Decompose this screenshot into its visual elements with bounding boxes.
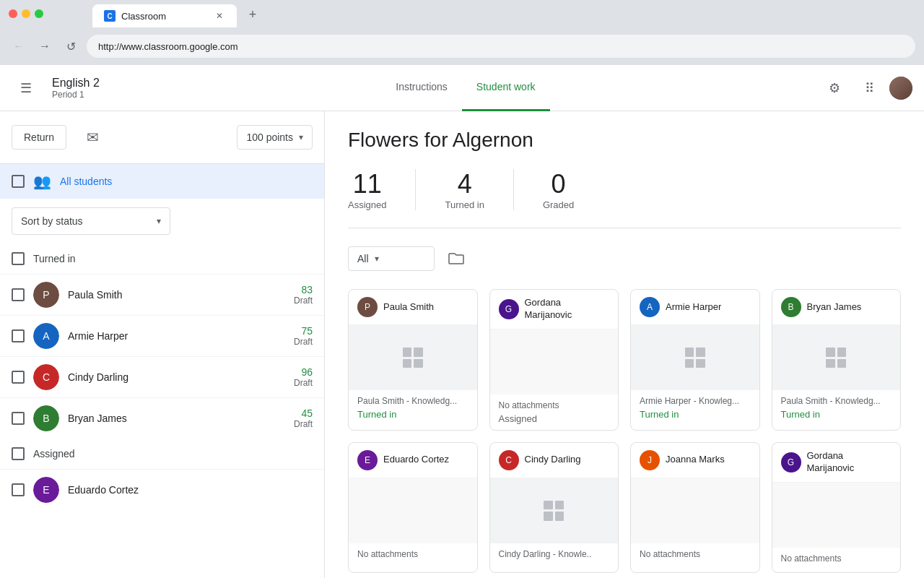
card-footer-gordana: No attachments Assigned xyxy=(490,394,619,430)
traffic-lights xyxy=(9,9,43,18)
card-footer-cindy: Cindy Darling - Knowle.. xyxy=(490,543,619,568)
card-filename-eduardo: No attachments xyxy=(357,549,468,559)
card-armie-harper[interactable]: A Armie Harper Armie Harper - Knowleg...… xyxy=(630,289,760,431)
stat-graded: 0 Graded xyxy=(513,169,603,210)
url-input[interactable]: http://www.classroom.google.com xyxy=(87,35,915,58)
student-checkbox-paula[interactable] xyxy=(12,288,25,301)
student-checkbox-eduardo[interactable] xyxy=(12,483,25,496)
card-footer-eduardo: No attachments xyxy=(349,543,477,568)
student-avatar-cindy: C xyxy=(33,364,59,390)
menu-icon[interactable]: ☰ xyxy=(12,74,40,103)
turned-in-checkbox[interactable] xyxy=(12,252,25,265)
brand-subtitle: Period 1 xyxy=(52,90,100,100)
student-avatar-armie: A xyxy=(33,323,59,349)
card-status-paula: Turned in xyxy=(357,409,468,420)
points-select[interactable]: 100 points ▾ xyxy=(237,125,313,150)
new-tab-button[interactable]: + xyxy=(243,4,263,25)
close-traffic-light[interactable] xyxy=(9,9,17,18)
avatar-image xyxy=(889,77,912,100)
card-filename-bryan: Paula Smith - Knowledg... xyxy=(781,396,892,406)
card-filename-armie: Armie Harper - Knowleg... xyxy=(640,396,751,406)
message-icon[interactable]: ✉ xyxy=(78,123,107,152)
all-students-row[interactable]: 👥 All students xyxy=(0,164,324,199)
sort-chevron-icon: ▾ xyxy=(157,216,161,226)
active-tab[interactable]: C Classroom ✕ xyxy=(92,4,237,27)
card-thumbnail-joanna xyxy=(631,478,759,543)
card-thumbnail-gordana2 xyxy=(772,483,901,548)
filter-row: All ▾ xyxy=(348,246,901,272)
card-header-bryan: B Bryan James xyxy=(772,290,901,325)
stat-turned-in: 4 Turned in xyxy=(415,169,513,210)
card-avatar-joanna: J xyxy=(640,450,660,470)
right-panel: Flowers for Algernon 11 Assigned 4 Turne… xyxy=(325,111,924,578)
forward-button[interactable]: → xyxy=(35,36,55,56)
tab-instructions[interactable]: Instructions xyxy=(381,65,462,111)
tab-close-button[interactable]: ✕ xyxy=(214,10,225,22)
minimize-traffic-light[interactable] xyxy=(22,9,30,18)
sort-select[interactable]: Sort by status ▾ xyxy=(12,207,170,235)
card-avatar-paula: P xyxy=(357,297,378,317)
student-grade-paula: 83 Draft xyxy=(294,284,313,306)
stats-row: 11 Assigned 4 Turned in 0 Graded xyxy=(348,169,901,228)
avatar[interactable] xyxy=(889,77,912,100)
card-eduardo[interactable]: E Eduardo Cortez No attachments xyxy=(348,442,478,573)
student-name-bryan: Bryan James xyxy=(68,413,285,424)
student-checkbox-cindy[interactable] xyxy=(12,371,25,384)
card-footer-joanna: No attachments xyxy=(631,543,759,568)
attachment-icon xyxy=(685,348,705,368)
card-avatar-bryan: B xyxy=(781,297,801,317)
assigned-checkbox[interactable] xyxy=(12,447,25,460)
tab-student-work[interactable]: Student work xyxy=(462,65,550,111)
card-gordana2[interactable]: G Gordana Marijanovic No attachments xyxy=(772,442,902,573)
student-row-armie[interactable]: A Armie Harper 75 Draft xyxy=(0,315,324,356)
card-header-eduardo: E Eduardo Cortez xyxy=(349,443,477,478)
student-row-paula[interactable]: P Paula Smith 83 Draft xyxy=(0,274,324,315)
back-button[interactable]: ← xyxy=(9,36,29,56)
reload-button[interactable]: ↺ xyxy=(61,36,81,56)
maximize-traffic-light[interactable] xyxy=(35,9,43,18)
student-row-cindy[interactable]: C Cindy Darling 96 Draft xyxy=(0,356,324,397)
apps-icon[interactable]: ⠿ xyxy=(855,74,884,103)
filter-select[interactable]: All ▾ xyxy=(348,246,435,271)
card-cindy-darling[interactable]: C Cindy Darling Cindy Darling - Knowle.. xyxy=(489,442,619,573)
card-avatar-gordana2: G xyxy=(781,452,801,473)
student-checkbox-armie[interactable] xyxy=(12,329,25,342)
card-avatar-eduardo: E xyxy=(357,450,378,470)
app-brand: English 2 Period 1 xyxy=(40,77,111,100)
card-gordana[interactable]: G Gordana Marijanovic No attachments Ass… xyxy=(489,289,619,431)
card-bryan-james[interactable]: B Bryan James Paula Smith - Knowledg... … xyxy=(772,289,902,431)
card-footer-paula: Paula Smith - Knowledg... Turned in xyxy=(349,390,477,426)
card-name-eduardo: Eduardo Cortez xyxy=(383,454,449,466)
card-header-armie: A Armie Harper xyxy=(631,290,759,325)
tab-favicon: C xyxy=(104,10,116,22)
card-status-armie: Turned in xyxy=(640,409,751,420)
student-row-eduardo[interactable]: E Eduardo Cortez xyxy=(0,469,324,510)
turned-in-section-header: Turned in xyxy=(0,243,324,274)
sidebar: Return ✉ 100 points ▾ 👥 All students Sor… xyxy=(0,111,325,578)
card-thumbnail-cindy xyxy=(490,478,619,543)
return-button[interactable]: Return xyxy=(12,125,66,150)
card-paula-smith[interactable]: P Paula Smith Paula Smith - Knowledg... … xyxy=(348,289,478,431)
main-content: Return ✉ 100 points ▾ 👥 All students Sor… xyxy=(0,111,924,578)
settings-icon[interactable]: ⚙ xyxy=(820,74,849,103)
card-footer-gordana2: No attachments xyxy=(772,548,901,572)
card-avatar-gordana: G xyxy=(499,299,519,319)
student-name-cindy: Cindy Darling xyxy=(68,371,285,383)
all-students-checkbox[interactable] xyxy=(12,175,25,188)
student-checkbox-bryan[interactable] xyxy=(12,412,25,425)
sort-row: Sort by status ▾ xyxy=(0,199,324,243)
assignment-title: Flowers for Algernon xyxy=(348,129,901,152)
card-status-bryan: Turned in xyxy=(781,409,892,420)
card-footer-armie: Armie Harper - Knowleg... Turned in xyxy=(631,390,759,426)
turned-in-label: Turned in xyxy=(33,253,76,264)
browser-titlebar: C Classroom ✕ + xyxy=(0,0,924,27)
student-row-bryan[interactable]: B Bryan James 45 Draft xyxy=(0,397,324,439)
attachment-icon xyxy=(544,501,564,521)
app: ☰ English 2 Period 1 Instructions Studen… xyxy=(0,65,924,578)
student-name-armie: Armie Harper xyxy=(68,330,285,342)
all-students-icon: 👥 xyxy=(33,173,51,190)
card-joanna-marks[interactable]: J Joanna Marks No attachments xyxy=(630,442,760,573)
folder-icon[interactable] xyxy=(443,246,469,272)
card-header-gordana: G Gordana Marijanovic xyxy=(490,290,619,329)
card-header-joanna: J Joanna Marks xyxy=(631,443,759,478)
